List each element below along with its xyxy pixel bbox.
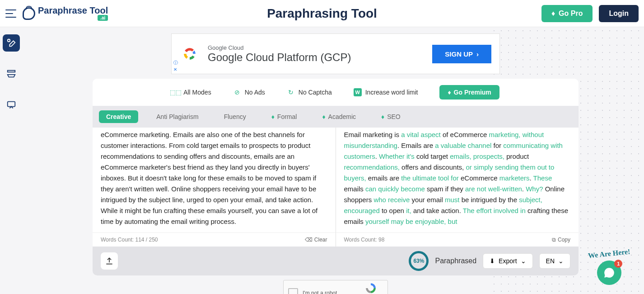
help-widget: We Are Here! [588,250,630,285]
prem-all-modes: ⬚⬚All Modes [172,88,211,96]
ad-info-icons: ⓘ✕ [173,60,178,72]
svg-rect-1 [8,71,15,72]
language-dropdown[interactable]: EN ⌄ [539,253,570,269]
svg-rect-2 [8,102,15,107]
google-cloud-icon [180,44,200,64]
diamond-icon: ♦ [381,113,384,120]
word-icon: W [354,88,362,96]
chevron-down-icon: ⌄ [521,257,526,265]
copy-button[interactable]: ⧉Copy [552,237,570,243]
ad-signup-button[interactable]: SIGN UP › [432,45,491,63]
prem-word-limit: WIncrease word limit [354,88,418,96]
chevron-right-icon: › [476,50,479,58]
go-pro-button[interactable]: ♦ Go Pro [541,5,593,22]
recaptcha-checkbox[interactable] [288,288,298,294]
close-ad-icon[interactable]: ✕ [173,67,178,72]
download-icon: ⬇ [490,257,495,265]
menu-icon[interactable] [5,9,16,18]
input-text[interactable]: eCommerce marketing. Emails are also one… [101,128,327,227]
logo[interactable]: Paraphrase Tool .ai [23,6,108,21]
logo-text: Paraphrase Tool [38,6,108,15]
recaptcha-label: I'm not a robot [303,290,354,294]
logo-badge: .ai [98,15,108,21]
export-dropdown[interactable]: ⬇ Export ⌄ [483,253,532,269]
prem-no-captcha: ↻No Captcha [287,88,332,96]
ad-brand: Google Cloud [208,44,351,51]
sidebar-paraphrase-icon[interactable] [3,34,20,52]
header: Paraphrase Tool .ai Paraphrasing Tool ♦ … [0,0,644,27]
no-ads-icon: ⊘ [233,88,241,96]
upload-icon [105,256,114,266]
info-icon[interactable]: ⓘ [173,60,178,66]
refresh-icon: ↻ [287,88,295,96]
recaptcha-logo: reCAPTCHA Privacy - Terms [358,282,383,294]
diamond-icon: ♦ [271,113,275,120]
output-text: Email marketing is a vital aspect of eCo… [344,128,571,227]
bottom-bar: 63% Paraphrased ⬇ Export ⌄ EN ⌄ [93,247,579,275]
diamond-icon: ♦ [448,89,451,96]
clear-button[interactable]: ⌫Clear [305,237,327,243]
copy-icon: ⧉ [552,237,556,243]
output-footer: Words Count: 98 ⧉Copy [336,232,579,247]
tab-academic[interactable]: ♦Academic [315,110,363,123]
paraphrased-label: Paraphrased [435,257,476,265]
output-pane: Email marketing is a vital aspect of eCo… [336,128,579,232]
mode-tabs: Creative Anti Plagiarism Fluency ♦Formal… [93,106,579,128]
tab-creative[interactable]: Creative [99,110,138,123]
grid-icon: ⬚⬚ [172,88,180,96]
ad-headline: Google Cloud Platform (GCP) [208,51,351,64]
prem-no-ads: ⊘No Ads [233,88,265,96]
recaptcha[interactable]: I'm not a robot reCAPTCHA Privacy - Term… [283,280,388,294]
sidebar-summarize-icon[interactable] [3,65,20,82]
tab-formal[interactable]: ♦Formal [264,110,304,123]
tab-anti-plagiarism[interactable]: Anti Plagiarism [149,110,205,123]
sidebar-chat-icon[interactable] [3,96,20,113]
eraser-icon: ⌫ [305,237,313,243]
main-card: ⬚⬚All Modes ⊘No Ads ↻No Captcha WIncreas… [93,79,579,275]
go-pro-label: Go Pro [559,9,583,18]
diamond-icon: ♦ [551,9,555,18]
diamond-icon: ♦ [322,113,325,120]
input-footer: Words Count: 114 / 250 ⌫Clear [93,232,336,247]
output-word-count: Words Count: 98 [344,237,385,243]
ad-cta-label: SIGN UP [445,50,473,58]
upload-button[interactable] [101,252,118,270]
go-premium-button[interactable]: ♦Go Premium [439,85,499,100]
logo-icon [23,7,35,20]
progress-circle: 63% [409,251,429,271]
input-word-count: Words Count: 114 / 250 [101,237,158,243]
page-title: Paraphrasing Tool [267,6,377,21]
tab-fluency[interactable]: Fluency [217,110,253,123]
ad-banner[interactable]: ⓘ✕ Google Cloud Google Cloud Platform (G… [171,33,500,74]
sidebar [3,34,20,113]
chat-fab[interactable] [597,261,621,285]
chat-icon [603,267,615,279]
login-button[interactable]: Login [599,5,639,22]
help-text: We Are Here! [588,247,631,260]
premium-bar: ⬚⬚All Modes ⊘No Ads ↻No Captcha WIncreas… [93,79,579,106]
input-pane[interactable]: eCommerce marketing. Emails are also one… [93,128,336,232]
tab-seo[interactable]: ♦SEO [374,110,408,123]
chevron-down-icon: ⌄ [558,257,564,265]
svg-point-0 [8,39,10,42]
